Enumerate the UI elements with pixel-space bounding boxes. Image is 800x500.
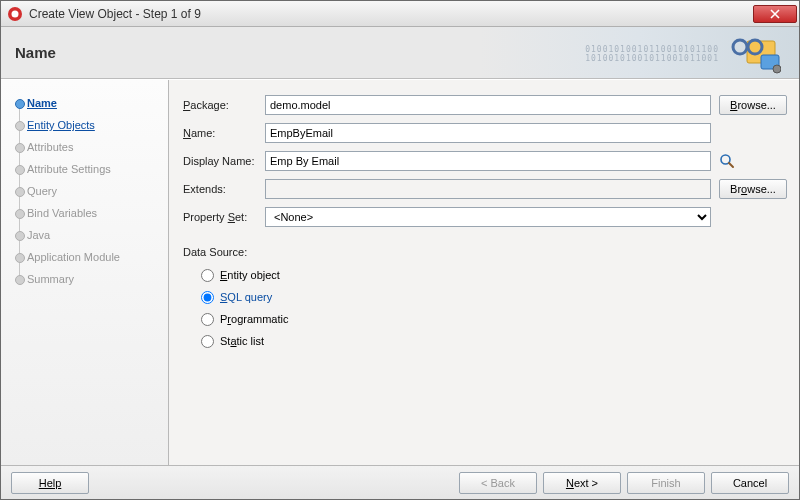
property-set-select[interactable]: <None> xyxy=(265,207,711,227)
step-link-label: Attributes xyxy=(27,141,73,153)
help-button[interactable]: Help xyxy=(11,472,89,494)
back-button: < Back xyxy=(459,472,537,494)
step-link-label: Summary xyxy=(27,273,74,285)
display-name-input[interactable] xyxy=(265,151,711,171)
body: Name Entity Objects Attributes Attribute… xyxy=(1,79,799,465)
radio-programmatic-label: Programmatic xyxy=(220,313,288,325)
extends-input xyxy=(265,179,711,199)
data-source-label: Data Source: xyxy=(183,246,787,258)
wizard-steps-sidebar: Name Entity Objects Attributes Attribute… xyxy=(1,80,169,465)
property-set-label: Property Set: xyxy=(183,211,265,223)
radio-programmatic[interactable] xyxy=(201,313,214,326)
radio-entity-object-label: Entity object xyxy=(220,269,280,281)
next-button[interactable]: Next > xyxy=(543,472,621,494)
step-link-label: Bind Variables xyxy=(27,207,97,219)
svg-point-1 xyxy=(12,10,19,17)
svg-point-3 xyxy=(733,40,747,54)
footer: Help < Back Next > Finish Cancel xyxy=(1,465,799,499)
step-attributes: Attributes xyxy=(11,136,158,158)
radio-sql-query-label: SQL query xyxy=(220,291,272,303)
app-icon xyxy=(7,6,23,22)
step-query: Query xyxy=(11,180,158,202)
step-application-module: Application Module xyxy=(11,246,158,268)
radio-static-list-label: Static list xyxy=(220,335,264,347)
header-band: Name 01001010010110010101100101001010010… xyxy=(1,27,799,79)
step-link-label: Attribute Settings xyxy=(27,163,111,175)
name-input[interactable] xyxy=(265,123,711,143)
cancel-button[interactable]: Cancel xyxy=(711,472,789,494)
form-panel: Package: Browse... Name: Display Name: xyxy=(169,80,799,465)
radio-sql-query[interactable] xyxy=(201,291,214,304)
extends-label: Extends: xyxy=(183,183,265,195)
step-java: Java xyxy=(11,224,158,246)
header-illustration-icon xyxy=(725,35,781,75)
radio-entity-object[interactable] xyxy=(201,269,214,282)
step-link-label: Query xyxy=(27,185,57,197)
window-title: Create View Object - Step 1 of 9 xyxy=(29,7,753,21)
step-name[interactable]: Name xyxy=(11,92,158,114)
step-link-label: Application Module xyxy=(27,251,120,263)
close-icon xyxy=(770,9,780,19)
browse-package-button[interactable]: Browse... xyxy=(719,95,787,115)
display-name-label: Display Name: xyxy=(183,155,265,167)
name-label: Name: xyxy=(183,127,265,139)
step-attribute-settings: Attribute Settings xyxy=(11,158,158,180)
titlebar: Create View Object - Step 1 of 9 xyxy=(1,1,799,27)
finish-button: Finish xyxy=(627,472,705,494)
package-input[interactable] xyxy=(265,95,711,115)
step-link-label: Entity Objects xyxy=(27,119,95,131)
data-source-radio-group: Entity object SQL query Programmatic Sta… xyxy=(183,264,787,352)
wizard-window: Create View Object - Step 1 of 9 Name 01… xyxy=(0,0,800,500)
step-entity-objects[interactable]: Entity Objects xyxy=(11,114,158,136)
step-link-label: Java xyxy=(27,229,50,241)
svg-point-6 xyxy=(773,65,781,73)
decorative-binary: 0100101001011001010110010100101001011001… xyxy=(585,45,719,63)
radio-static-list[interactable] xyxy=(201,335,214,348)
package-label: Package: xyxy=(183,99,265,111)
close-button[interactable] xyxy=(753,5,797,23)
page-title: Name xyxy=(15,44,56,61)
search-icon[interactable] xyxy=(719,153,735,169)
browse-extends-button[interactable]: Browse... xyxy=(719,179,787,199)
step-bind-variables: Bind Variables xyxy=(11,202,158,224)
step-link-label: Name xyxy=(27,97,57,109)
step-summary: Summary xyxy=(11,268,158,290)
